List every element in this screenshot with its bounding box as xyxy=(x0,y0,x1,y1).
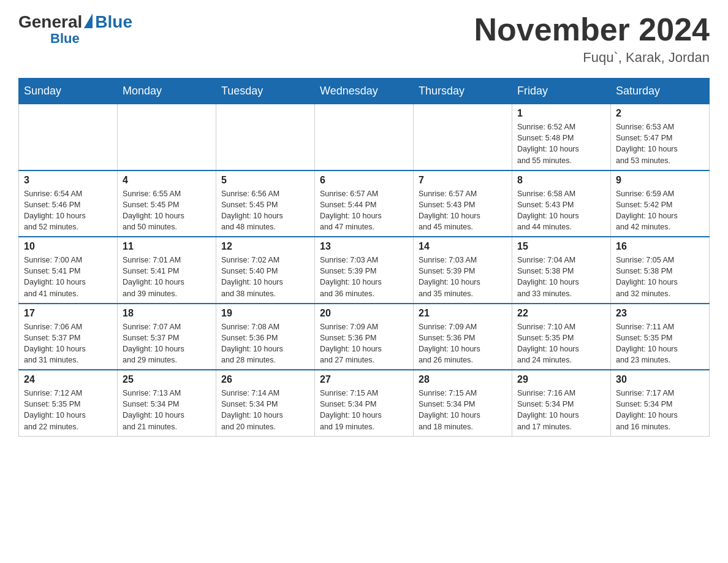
month-title: November 2024 xyxy=(474,12,710,47)
week-row-4: 17Sunrise: 7:06 AMSunset: 5:37 PMDayligh… xyxy=(19,304,710,370)
day-info: Sunrise: 7:04 AMSunset: 5:38 PMDaylight:… xyxy=(517,255,605,299)
day-info: Sunrise: 7:02 AMSunset: 5:40 PMDaylight:… xyxy=(221,255,309,299)
day-info: Sunrise: 6:59 AMSunset: 5:42 PMDaylight:… xyxy=(616,188,704,233)
calendar-cell: 2Sunrise: 6:53 AMSunset: 5:47 PMDaylight… xyxy=(611,104,710,170)
day-number: 12 xyxy=(221,241,309,252)
day-info: Sunrise: 6:53 AMSunset: 5:47 PMDaylight:… xyxy=(616,121,704,166)
calendar-cell: 8Sunrise: 6:58 AMSunset: 5:43 PMDaylight… xyxy=(512,170,611,237)
day-info: Sunrise: 7:01 AMSunset: 5:41 PMDaylight:… xyxy=(123,255,211,299)
day-number: 15 xyxy=(517,241,605,252)
day-number: 10 xyxy=(24,241,112,252)
logo: General Blue Blue xyxy=(18,12,132,47)
day-info: Sunrise: 6:52 AMSunset: 5:48 PMDaylight:… xyxy=(517,121,605,166)
day-info: Sunrise: 6:57 AMSunset: 5:44 PMDaylight:… xyxy=(320,188,408,233)
calendar-cell: 15Sunrise: 7:04 AMSunset: 5:38 PMDayligh… xyxy=(512,237,611,304)
day-info: Sunrise: 7:17 AMSunset: 5:34 PMDaylight:… xyxy=(616,388,704,432)
day-number: 19 xyxy=(221,308,309,319)
day-info: Sunrise: 7:12 AMSunset: 5:35 PMDaylight:… xyxy=(24,388,112,432)
day-number: 6 xyxy=(320,175,408,186)
calendar-cell: 10Sunrise: 7:00 AMSunset: 5:41 PMDayligh… xyxy=(19,237,118,304)
weekday-header-tuesday: Tuesday xyxy=(216,79,315,104)
day-info: Sunrise: 7:08 AMSunset: 5:36 PMDaylight:… xyxy=(221,321,309,366)
calendar-cell: 24Sunrise: 7:12 AMSunset: 5:35 PMDayligh… xyxy=(19,370,118,436)
weekday-header-wednesday: Wednesday xyxy=(315,79,414,104)
day-info: Sunrise: 7:16 AMSunset: 5:34 PMDaylight:… xyxy=(517,388,605,432)
calendar-cell: 14Sunrise: 7:03 AMSunset: 5:39 PMDayligh… xyxy=(414,237,512,304)
calendar-cell: 9Sunrise: 6:59 AMSunset: 5:42 PMDaylight… xyxy=(611,170,710,237)
weekday-header-row: SundayMondayTuesdayWednesdayThursdayFrid… xyxy=(19,79,710,104)
calendar-cell: 16Sunrise: 7:05 AMSunset: 5:38 PMDayligh… xyxy=(611,237,710,304)
day-number: 16 xyxy=(616,241,704,252)
day-number: 13 xyxy=(320,241,408,252)
day-number: 23 xyxy=(616,308,704,319)
calendar-cell xyxy=(315,104,414,170)
calendar-table: SundayMondayTuesdayWednesdayThursdayFrid… xyxy=(18,78,710,437)
day-info: Sunrise: 7:09 AMSunset: 5:36 PMDaylight:… xyxy=(320,321,408,366)
calendar-cell: 25Sunrise: 7:13 AMSunset: 5:34 PMDayligh… xyxy=(118,370,216,436)
day-info: Sunrise: 7:11 AMSunset: 5:35 PMDaylight:… xyxy=(616,321,704,366)
day-number: 22 xyxy=(517,308,605,319)
calendar-cell: 7Sunrise: 6:57 AMSunset: 5:43 PMDaylight… xyxy=(414,170,512,237)
calendar-cell: 23Sunrise: 7:11 AMSunset: 5:35 PMDayligh… xyxy=(611,304,710,370)
day-number: 24 xyxy=(24,374,112,385)
weekday-header-monday: Monday xyxy=(118,79,216,104)
calendar-cell: 6Sunrise: 6:57 AMSunset: 5:44 PMDaylight… xyxy=(315,170,414,237)
day-number: 11 xyxy=(123,241,211,252)
week-row-2: 3Sunrise: 6:54 AMSunset: 5:46 PMDaylight… xyxy=(19,170,710,237)
calendar-cell: 29Sunrise: 7:16 AMSunset: 5:34 PMDayligh… xyxy=(512,370,611,436)
location-title: Fuqu`, Karak, Jordan xyxy=(474,50,710,66)
weekday-header-saturday: Saturday xyxy=(611,79,710,104)
day-number: 17 xyxy=(24,308,112,319)
day-number: 25 xyxy=(123,374,211,385)
day-number: 14 xyxy=(419,241,507,252)
calendar-cell xyxy=(19,104,118,170)
calendar-cell: 1Sunrise: 6:52 AMSunset: 5:48 PMDaylight… xyxy=(512,104,611,170)
logo-blue-sub-text: Blue xyxy=(50,31,80,47)
day-number: 2 xyxy=(616,108,704,119)
calendar-cell xyxy=(118,104,216,170)
weekday-header-sunday: Sunday xyxy=(19,79,118,104)
day-number: 9 xyxy=(616,175,704,186)
page-header: General Blue Blue November 2024 Fuqu`, K… xyxy=(18,12,710,66)
day-info: Sunrise: 7:03 AMSunset: 5:39 PMDaylight:… xyxy=(320,255,408,299)
calendar-cell: 20Sunrise: 7:09 AMSunset: 5:36 PMDayligh… xyxy=(315,304,414,370)
day-info: Sunrise: 6:56 AMSunset: 5:45 PMDaylight:… xyxy=(221,188,309,233)
day-info: Sunrise: 6:54 AMSunset: 5:46 PMDaylight:… xyxy=(24,188,112,233)
calendar-cell: 17Sunrise: 7:06 AMSunset: 5:37 PMDayligh… xyxy=(19,304,118,370)
calendar-cell: 18Sunrise: 7:07 AMSunset: 5:37 PMDayligh… xyxy=(118,304,216,370)
day-number: 26 xyxy=(221,374,309,385)
calendar-cell: 12Sunrise: 7:02 AMSunset: 5:40 PMDayligh… xyxy=(216,237,315,304)
day-number: 28 xyxy=(419,374,507,385)
day-info: Sunrise: 7:09 AMSunset: 5:36 PMDaylight:… xyxy=(419,321,507,366)
day-number: 18 xyxy=(123,308,211,319)
day-info: Sunrise: 7:14 AMSunset: 5:34 PMDaylight:… xyxy=(221,388,309,432)
calendar-cell: 21Sunrise: 7:09 AMSunset: 5:36 PMDayligh… xyxy=(414,304,512,370)
day-info: Sunrise: 7:15 AMSunset: 5:34 PMDaylight:… xyxy=(320,388,408,432)
calendar-cell: 27Sunrise: 7:15 AMSunset: 5:34 PMDayligh… xyxy=(315,370,414,436)
day-info: Sunrise: 7:07 AMSunset: 5:37 PMDaylight:… xyxy=(123,321,211,366)
day-number: 5 xyxy=(221,175,309,186)
calendar-cell: 28Sunrise: 7:15 AMSunset: 5:34 PMDayligh… xyxy=(414,370,512,436)
day-number: 30 xyxy=(616,374,704,385)
day-number: 8 xyxy=(517,175,605,186)
calendar-cell xyxy=(216,104,315,170)
logo-triangle-icon xyxy=(84,13,93,28)
weekday-header-friday: Friday xyxy=(512,79,611,104)
title-block: November 2024 Fuqu`, Karak, Jordan xyxy=(474,12,710,66)
day-info: Sunrise: 7:10 AMSunset: 5:35 PMDaylight:… xyxy=(517,321,605,366)
day-info: Sunrise: 6:58 AMSunset: 5:43 PMDaylight:… xyxy=(517,188,605,233)
week-row-3: 10Sunrise: 7:00 AMSunset: 5:41 PMDayligh… xyxy=(19,237,710,304)
day-number: 3 xyxy=(24,175,112,186)
week-row-5: 24Sunrise: 7:12 AMSunset: 5:35 PMDayligh… xyxy=(19,370,710,436)
day-number: 7 xyxy=(419,175,507,186)
calendar-cell: 30Sunrise: 7:17 AMSunset: 5:34 PMDayligh… xyxy=(611,370,710,436)
day-info: Sunrise: 6:57 AMSunset: 5:43 PMDaylight:… xyxy=(419,188,507,233)
calendar-cell: 11Sunrise: 7:01 AMSunset: 5:41 PMDayligh… xyxy=(118,237,216,304)
day-number: 1 xyxy=(517,108,605,119)
calendar-cell: 5Sunrise: 6:56 AMSunset: 5:45 PMDaylight… xyxy=(216,170,315,237)
day-number: 4 xyxy=(123,175,211,186)
day-info: Sunrise: 7:13 AMSunset: 5:34 PMDaylight:… xyxy=(123,388,211,432)
day-info: Sunrise: 6:55 AMSunset: 5:45 PMDaylight:… xyxy=(123,188,211,233)
calendar-cell xyxy=(414,104,512,170)
day-info: Sunrise: 7:06 AMSunset: 5:37 PMDaylight:… xyxy=(24,321,112,366)
